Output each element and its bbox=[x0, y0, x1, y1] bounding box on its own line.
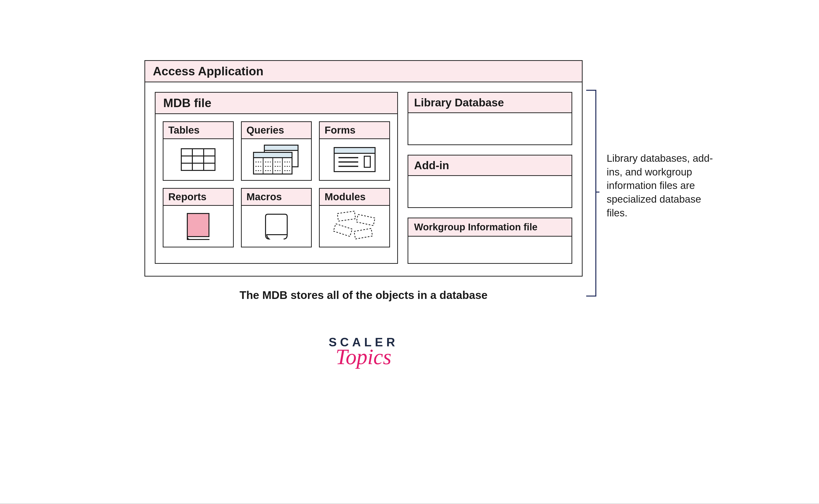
mdb-file-box: MDB file Tables bbox=[155, 92, 398, 264]
svg-rect-30 bbox=[187, 213, 209, 237]
tables-label: Tables bbox=[163, 122, 233, 139]
mdb-object-grid: Tables Queries bbox=[156, 114, 397, 255]
modules-card: Modules bbox=[319, 188, 390, 247]
reports-label: Reports bbox=[163, 189, 233, 206]
svg-rect-8 bbox=[253, 152, 292, 158]
forms-icon bbox=[320, 139, 389, 180]
svg-rect-25 bbox=[334, 148, 375, 153]
reports-icon bbox=[163, 206, 233, 247]
svg-rect-6 bbox=[264, 145, 298, 150]
forms-card: Forms bbox=[319, 121, 390, 181]
bracket-icon bbox=[585, 89, 599, 297]
workgroup-info-label: Workgroup Information file bbox=[408, 218, 572, 237]
workgroup-info-box: Workgroup Information file bbox=[408, 218, 572, 264]
side-column: Library Database Add-in Workgroup Inform… bbox=[408, 92, 572, 264]
reports-card: Reports bbox=[163, 188, 234, 247]
annotation-text: Library databases, add-ins, and workgrou… bbox=[607, 152, 720, 220]
add-in-label: Add-in bbox=[408, 155, 572, 176]
workgroup-info-body bbox=[408, 237, 572, 263]
logo-topics-text: Topics bbox=[144, 344, 583, 369]
caption-text: The MDB stores all of the objects in a d… bbox=[144, 289, 583, 302]
svg-rect-32 bbox=[337, 211, 356, 221]
queries-card: Queries bbox=[241, 121, 312, 181]
scaler-topics-logo: SCALER Topics bbox=[144, 335, 583, 369]
library-database-box: Library Database bbox=[408, 92, 572, 145]
svg-rect-34 bbox=[333, 224, 352, 237]
add-in-body bbox=[408, 176, 572, 207]
macros-label: Macros bbox=[242, 189, 311, 206]
queries-label: Queries bbox=[242, 122, 311, 139]
mdb-file-header: MDB file bbox=[156, 93, 397, 114]
svg-rect-33 bbox=[356, 214, 375, 226]
tables-icon bbox=[163, 139, 233, 180]
library-database-body bbox=[408, 113, 572, 144]
tables-card: Tables bbox=[163, 121, 234, 181]
macros-icon bbox=[242, 206, 311, 247]
forms-label: Forms bbox=[320, 122, 389, 139]
macros-card: Macros bbox=[241, 188, 312, 247]
svg-rect-35 bbox=[354, 228, 372, 239]
access-application-body: MDB file Tables bbox=[145, 82, 582, 276]
modules-label: Modules bbox=[320, 189, 389, 206]
modules-icon bbox=[320, 206, 389, 247]
add-in-box: Add-in bbox=[408, 155, 572, 208]
svg-rect-0 bbox=[181, 149, 215, 170]
queries-icon bbox=[242, 139, 311, 180]
library-database-label: Library Database bbox=[408, 93, 572, 113]
access-application-box: Access Application MDB file Tables bbox=[144, 60, 583, 277]
access-application-header: Access Application bbox=[145, 61, 582, 82]
